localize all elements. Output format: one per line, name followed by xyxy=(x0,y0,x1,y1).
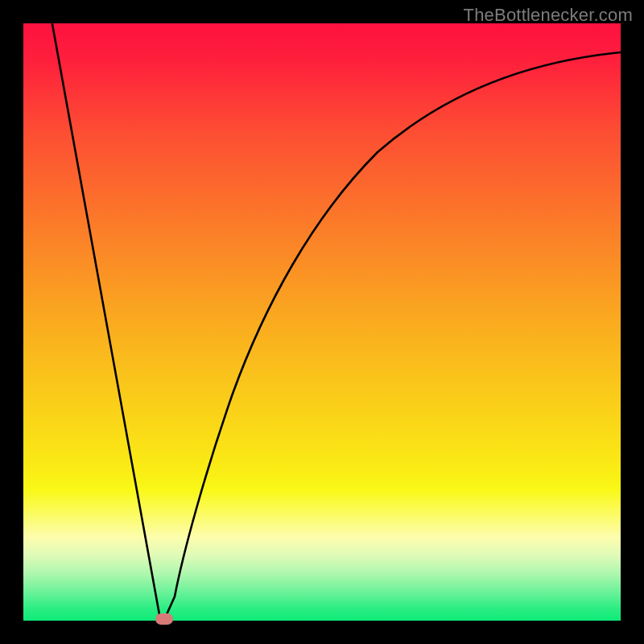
bottleneck-curve xyxy=(23,23,621,621)
curve-path xyxy=(51,15,621,620)
chart-frame: TheBottlenecker.com xyxy=(0,0,644,644)
optimal-point-marker xyxy=(155,613,173,625)
plot-area xyxy=(23,23,621,621)
watermark-text: TheBottlenecker.com xyxy=(464,5,633,26)
